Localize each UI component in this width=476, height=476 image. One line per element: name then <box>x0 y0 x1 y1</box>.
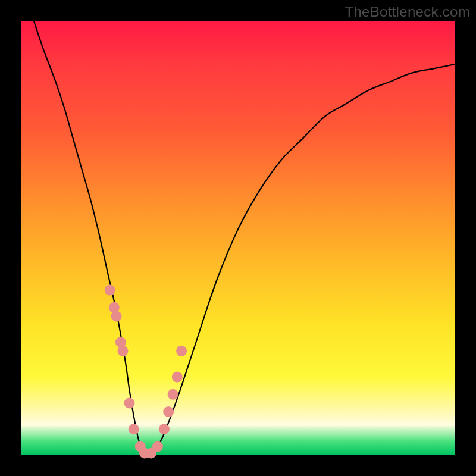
marker-dot <box>118 346 129 356</box>
marker-dot <box>129 424 139 434</box>
marker-dot <box>168 389 178 400</box>
plot-area <box>21 21 455 455</box>
marker-dot <box>124 397 135 408</box>
bottleneck-curve-path <box>34 21 455 456</box>
highlight-markers <box>105 285 187 459</box>
marker-dot <box>152 441 163 452</box>
marker-dot <box>176 346 187 356</box>
attribution-text: TheBottleneck.com <box>345 4 470 20</box>
curve-svg <box>21 21 455 455</box>
marker-dot <box>159 424 170 434</box>
marker-dot <box>172 372 183 383</box>
marker-dot <box>163 406 174 417</box>
chart-container: TheBottleneck.com <box>0 0 476 476</box>
marker-dot <box>105 285 115 296</box>
marker-dot <box>111 311 122 321</box>
